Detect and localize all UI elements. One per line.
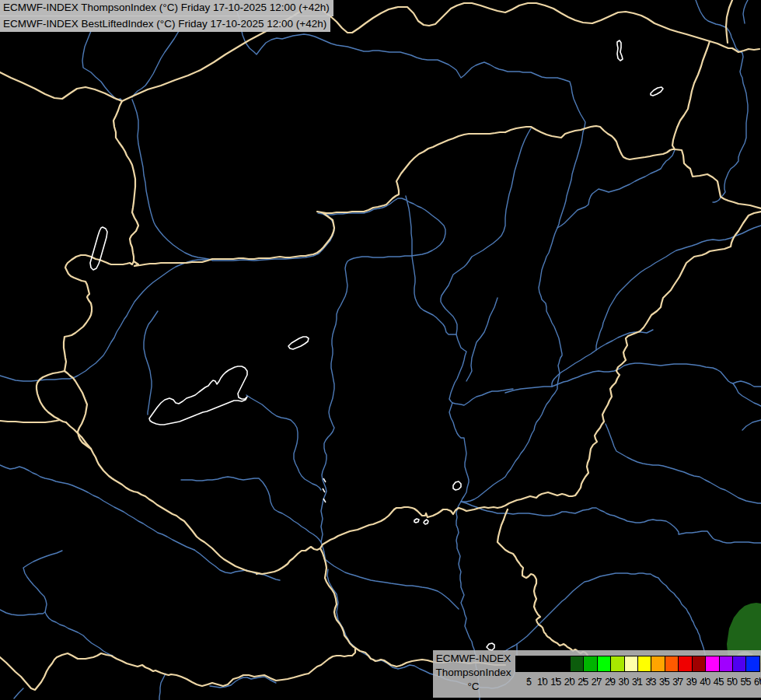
legend-color-cell (610, 656, 624, 672)
legend-tick-label: 55 (741, 677, 752, 688)
legend-color-cell (651, 656, 665, 672)
legend-tick-label: 10 (537, 677, 548, 688)
legend-color-cell (732, 656, 746, 672)
legend-tick-label: 39 (686, 677, 697, 688)
header-line-thompson-index: ECMWF-INDEX ThompsonIndex (°C) Friday 17… (0, 0, 333, 16)
legend-color-cell (678, 656, 692, 672)
legend-title-index: ThompsonIndex (433, 666, 514, 680)
legend-tick-label: 50 (727, 677, 738, 688)
weather-map-screenshot: ECMWF-INDEX ThompsonIndex (°C) Friday 17… (0, 0, 761, 700)
legend-tick-label: 31 (632, 677, 643, 688)
legend-color-cell (597, 656, 611, 672)
legend-color-cell (543, 656, 557, 672)
legend-color-cell (637, 656, 651, 672)
header-line-best-lifted-index: ECMWF-INDEX BestLiftedIndex (°C) Friday … (0, 16, 330, 32)
legend-color-cell (570, 656, 584, 672)
color-scale-legend: ECMWF-INDEX ThompsonIndex °C 51015202527… (433, 650, 761, 698)
legend-tick-label: 5 (526, 677, 532, 688)
legend-color-cell (556, 656, 570, 672)
legend-tick-label: 29 (605, 677, 616, 688)
map-svg (0, 0, 761, 700)
legend-color-cell (719, 656, 733, 672)
legend-tick-label: 30 (619, 677, 630, 688)
legend-color-cell (515, 656, 529, 672)
legend-title-unit: °C (433, 680, 514, 694)
legend-color-cell (529, 656, 543, 672)
legend-tick-label: 25 (578, 677, 588, 688)
legend-color-cell (665, 656, 679, 672)
legend-titles: ECMWF-INDEX ThompsonIndex °C (433, 652, 514, 694)
legend-color-cell (745, 656, 759, 672)
legend-title-product: ECMWF-INDEX (433, 652, 514, 666)
legend-tick-label: 35 (659, 677, 670, 688)
legend-color-cell (624, 656, 638, 672)
legend-tick-label: 40 (700, 677, 710, 688)
legend-tick-label: 37 (672, 677, 683, 688)
legend-color-cell (692, 656, 706, 672)
legend-tick-label: 33 (645, 677, 656, 688)
legend-tick-label: 27 (592, 677, 602, 688)
legend-tick-label: 60 (754, 677, 761, 688)
legend-tick-label: 45 (714, 677, 724, 688)
legend-tick-label: 20 (564, 677, 575, 688)
legend-color-cell (583, 656, 597, 672)
map-background (0, 0, 761, 700)
legend-color-cell (705, 656, 719, 672)
legend-tick-label: 15 (550, 677, 561, 688)
